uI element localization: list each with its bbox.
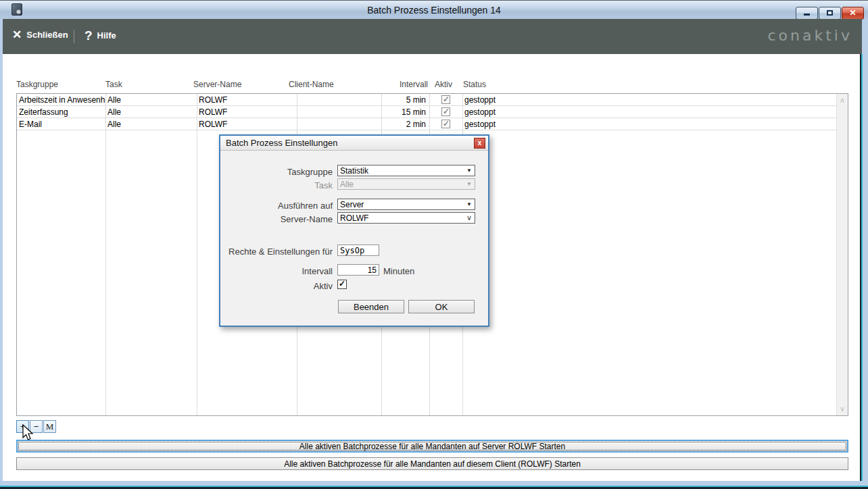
- dialog-close-button[interactable]: x: [474, 138, 485, 149]
- cell-client-name: [297, 118, 381, 130]
- taskgruppe-label: Taskgruppe: [184, 167, 333, 177]
- toolbar: ✕ Schließen ? Hilfe conaktiv: [3, 19, 862, 54]
- cell-server-name: ROLWF: [197, 106, 297, 118]
- cell-aktiv: [429, 94, 462, 105]
- cell-server-name: ROLWF: [197, 118, 297, 130]
- cell-aktiv: [429, 106, 462, 118]
- taskgruppe-value: Statistik: [340, 166, 368, 176]
- column-header-intervall[interactable]: Intervall: [377, 80, 428, 89]
- task-value: Alle: [340, 180, 354, 189]
- toolbar-close-label: Schließen: [26, 30, 68, 40]
- chevron-down-icon: ▼: [466, 181, 472, 187]
- cell-intervall: 5 min: [381, 94, 429, 105]
- table-row[interactable]: Zeiterfassung Alle ROLWF 15 min gestoppt: [17, 106, 836, 118]
- cell-client-name: [297, 94, 381, 105]
- toolbar-separator: [74, 30, 74, 43]
- dialog-title: Batch Prozess Einstellungen: [226, 138, 337, 148]
- close-x-icon: ✕: [12, 29, 22, 41]
- window-title: Batch Prozess Einstellungen 14: [0, 5, 868, 16]
- task-label: Task: [184, 180, 333, 190]
- column-header-status[interactable]: Status: [463, 80, 486, 89]
- cell-taskgruppe: Zeiterfassung: [17, 106, 105, 118]
- scroll-down-icon[interactable]: ∨: [837, 405, 848, 413]
- cell-task: Alle: [105, 118, 197, 130]
- table-row[interactable]: E-Mail Alle ROLWF 2 min gestoppt: [17, 118, 836, 130]
- task-select: Alle ▼: [337, 178, 475, 190]
- aktiv-checkbox[interactable]: [337, 280, 347, 289]
- column-divider: [105, 94, 106, 415]
- aktiv-checkbox[interactable]: [441, 95, 450, 104]
- column-header-task[interactable]: Task: [105, 80, 122, 89]
- ausfuehren-auf-value: Server: [340, 200, 364, 209]
- column-header-taskgruppe[interactable]: Taskgruppe: [16, 80, 58, 89]
- aktiv-label: Aktiv: [184, 281, 333, 291]
- cell-server-name: ROLWF: [197, 94, 297, 105]
- title-bar: Batch Prozess Einstellungen 14 ✕: [0, 0, 868, 19]
- cell-status: gestoppt: [462, 106, 836, 118]
- server-name-value: ROLWF: [340, 213, 368, 223]
- cell-taskgruppe: E-Mail: [17, 118, 105, 130]
- minimize-button[interactable]: [796, 7, 818, 20]
- toolbar-close-button[interactable]: ✕ Schließen: [12, 29, 68, 41]
- table-row[interactable]: Arbeitszeit in Anwesenheit Alle ROLWF 5 …: [17, 94, 836, 106]
- scroll-up-icon[interactable]: ∧: [837, 96, 848, 105]
- cell-status: gestoppt: [462, 94, 836, 105]
- cell-task: Alle: [105, 106, 197, 118]
- combo-chevron-icon: ∨: [466, 213, 472, 222]
- cell-aktiv: [429, 118, 462, 130]
- minuten-label: Minuten: [383, 266, 414, 276]
- m-button[interactable]: M: [43, 420, 56, 433]
- table-header-row: Taskgruppe Task Server-Name Client-Name …: [16, 80, 848, 92]
- ok-button[interactable]: OK: [408, 300, 475, 313]
- vertical-scrollbar[interactable]: ∧ ∨: [836, 94, 848, 415]
- toolbar-help-label: Hilfe: [97, 30, 116, 41]
- ausfuehren-auf-select[interactable]: Server ▼: [337, 199, 475, 210]
- toolbar-help-button[interactable]: ? Hilfe: [85, 29, 116, 42]
- cell-intervall: 15 min: [381, 106, 429, 118]
- batch-process-settings-dialog: Batch Prozess Einstellungen x Taskgruppe…: [219, 134, 489, 327]
- conaktiv-logo: conaktiv: [768, 27, 852, 44]
- cell-taskgruppe: Arbeitszeit in Anwesenheit: [17, 94, 105, 105]
- chevron-down-icon: ▼: [466, 168, 472, 174]
- rechte-einstellungen-field[interactable]: [337, 244, 379, 256]
- maximize-icon: [827, 10, 833, 16]
- intervall-label: Intervall: [184, 266, 333, 276]
- main-content: Taskgruppe Task Server-Name Client-Name …: [3, 54, 862, 481]
- window-border: [861, 54, 863, 481]
- column-header-client-name[interactable]: Client-Name: [289, 80, 334, 89]
- dialog-close-icon: x: [478, 139, 482, 147]
- cell-status: gestoppt: [462, 118, 836, 130]
- column-header-aktiv[interactable]: Aktiv: [435, 80, 452, 89]
- chevron-down-icon: ▼: [466, 201, 472, 207]
- start-all-client-button[interactable]: Alle aktiven Batchprozesse für alle Mand…: [16, 457, 848, 470]
- mouse-cursor-icon: [22, 424, 36, 442]
- cell-client-name: [297, 106, 381, 118]
- server-name-combobox[interactable]: ROLWF ∨: [337, 212, 475, 224]
- rechte-einstellungen-label: Rechte & Einstellungen für: [184, 247, 333, 257]
- cell-task: Alle: [105, 94, 197, 105]
- column-header-server-name[interactable]: Server-Name: [193, 80, 241, 89]
- close-window-button[interactable]: ✕: [842, 7, 864, 20]
- aktiv-checkbox[interactable]: [441, 107, 450, 116]
- taskgruppe-select[interactable]: Statistik ▼: [337, 165, 475, 176]
- start-all-server-button[interactable]: Alle aktiven Batchprozesse für alle Mand…: [16, 440, 848, 453]
- dialog-title-bar[interactable]: Batch Prozess Einstellungen x: [220, 136, 488, 151]
- ausfuehren-auf-label: Ausführen auf: [184, 201, 333, 211]
- aktiv-checkbox[interactable]: [441, 120, 450, 128]
- maximize-button[interactable]: [819, 7, 841, 20]
- server-name-label: Server-Name: [184, 214, 333, 224]
- close-icon: ✕: [849, 8, 856, 18]
- intervall-field[interactable]: [337, 264, 379, 276]
- beenden-button[interactable]: Beenden: [338, 300, 404, 313]
- minimize-icon: [804, 14, 810, 16]
- cell-intervall: 2 min: [381, 118, 429, 130]
- help-question-icon: ?: [85, 29, 93, 42]
